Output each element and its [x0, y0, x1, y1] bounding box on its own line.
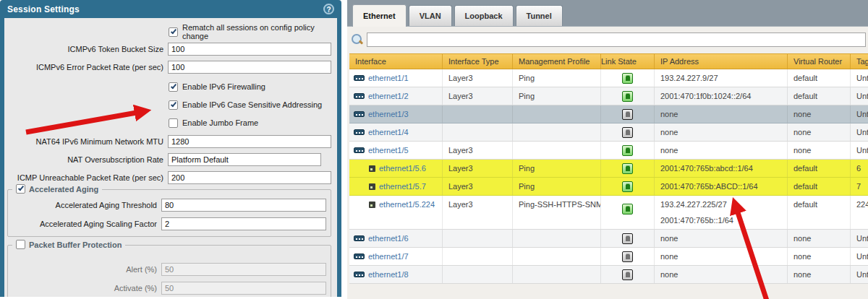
nat-oversubscription-row: NAT Oversubscription Rate	[9, 152, 331, 167]
ethernet-port-icon	[354, 272, 365, 277]
aging-threshold-label: Accelerated Aging Threshold	[8, 201, 161, 209]
pbp-alert-row: Alert (%)	[8, 262, 326, 277]
col-link-state[interactable]: Link State	[601, 54, 655, 69]
accelerated-aging-group: Accelerated Aging Accelerated Aging Thre…	[7, 189, 331, 237]
jumbo-frame-checkbox[interactable]	[169, 118, 178, 128]
rematch-sessions-label: Rematch all sessions on config policy ch…	[182, 23, 337, 40]
ethernet-port-icon	[354, 254, 365, 259]
packet-buffer-protection-group: Packet Buffer Protection Alert (%) Activ…	[7, 245, 331, 297]
rematch-sessions-row: Rematch all sessions on config policy ch…	[169, 27, 337, 37]
col-interface[interactable]: Interface	[349, 54, 443, 69]
ipv6-firewalling-label: Enable IPv6 Firewalling	[182, 82, 265, 91]
subinterface-icon	[369, 202, 375, 208]
table-row-highlighted[interactable]: ethernet1/5.7 Layer3 Ping 2001:470:765b:…	[349, 178, 868, 196]
ethernet-port-icon	[354, 111, 365, 117]
ethernet-port-icon	[354, 235, 365, 241]
accelerated-aging-title: Accelerated Aging	[29, 185, 98, 194]
interface-link[interactable]: ethernet1/5	[368, 146, 409, 155]
nat64-mtu-input[interactable]	[168, 135, 331, 148]
session-settings-dialog: Session Settings ? Rematch all sessions …	[0, 0, 341, 297]
subinterface-icon	[369, 165, 375, 172]
table-row[interactable]: ethernet1/5 Layer3 none none Untagged	[349, 142, 868, 160]
tab-ethernet[interactable]: Ethernet	[352, 4, 407, 27]
nat-oversubscription-label: NAT Oversubscription Rate	[9, 155, 168, 164]
table-row[interactable]: ethernet1/5.224 Layer3 Ping-SSH-HTTPS-SN…	[349, 196, 868, 230]
table-row-highlighted[interactable]: ethernet1/5.6 Layer3 Ping 2001:470:765b:…	[349, 160, 868, 178]
interface-link[interactable]: ethernet1/6	[368, 234, 409, 243]
col-virtual-router[interactable]: Virtual Router	[788, 54, 851, 69]
ethernet-port-icon	[354, 147, 365, 153]
link-state-up-icon	[622, 91, 633, 102]
table-row[interactable]: ethernet1/1 Layer3 Ping 193.24.227.9/27 …	[349, 69, 868, 87]
icmpv6-error-rate-label: ICMPv6 Error Packet Rate (per sec)	[9, 63, 168, 72]
icmpv6-token-bucket-input[interactable]	[168, 43, 331, 56]
table-row[interactable]: ethernet1/7 none none Untagged	[349, 248, 868, 266]
ipv6-firewalling-checkbox[interactable]	[169, 82, 178, 92]
ipv6-firewalling-row: Enable IPv6 Firewalling	[169, 82, 265, 92]
col-tag[interactable]: Tag	[851, 54, 868, 69]
nat-oversubscription-input[interactable]	[168, 153, 321, 166]
aging-scaling-input[interactable]	[161, 217, 326, 230]
table-header: Interface Interface Type Management Prof…	[349, 53, 868, 69]
ethernet-port-icon	[354, 93, 365, 99]
ipv6-case-sensitive-label: Enable IPv6 Case Sensitive Addressing	[182, 100, 322, 109]
col-ip-address[interactable]: IP Address	[655, 54, 788, 69]
interface-link[interactable]: ethernet1/4	[368, 128, 409, 136]
dialog-body: Rematch all sessions on config policy ch…	[4, 18, 337, 297]
interface-link[interactable]: ethernet1/5.6	[379, 164, 426, 173]
tab-bar: Ethernet VLAN Loopback Tunnel	[347, 0, 868, 27]
link-state-up-icon	[622, 204, 633, 214]
icmpv6-error-rate-row: ICMPv6 Error Packet Rate (per sec)	[9, 60, 331, 74]
interface-link[interactable]: ethernet1/8	[368, 270, 409, 279]
nat64-mtu-row: NAT64 IPv6 Minimum Network MTU	[9, 134, 331, 149]
nat64-mtu-label: NAT64 IPv6 Minimum Network MTU	[9, 137, 168, 146]
icmpv6-error-rate-input[interactable]	[168, 61, 331, 74]
icmp-unreachable-rate-label: ICMP Unreachable Packet Rate (per sec)	[9, 173, 168, 182]
aging-threshold-input[interactable]	[161, 199, 326, 212]
link-state-down-icon	[622, 127, 633, 138]
tab-vlan[interactable]: VLAN	[409, 5, 452, 26]
ethernet-port-icon	[354, 75, 365, 81]
rematch-sessions-checkbox[interactable]	[169, 27, 178, 37]
interface-link[interactable]: ethernet1/1	[368, 74, 409, 82]
icmp-unreachable-rate-row: ICMP Unreachable Packet Rate (per sec)	[9, 170, 331, 185]
ipv6-case-sensitive-checkbox[interactable]	[169, 100, 178, 110]
link-state-down-icon	[622, 251, 633, 262]
interfaces-panel: Ethernet VLAN Loopback Tunnel Interface …	[347, 0, 868, 299]
link-state-up-icon	[622, 181, 633, 192]
pbp-alert-label: Alert (%)	[8, 265, 161, 274]
link-state-up-icon	[622, 145, 633, 156]
search-input[interactable]	[367, 32, 866, 47]
link-state-down-icon	[622, 233, 633, 244]
ethernet-port-icon	[354, 129, 365, 135]
pbp-alert-input	[161, 263, 326, 276]
table-row[interactable]: ethernet1/4 none none Untagged	[349, 124, 868, 142]
table-row[interactable]: ethernet1/2 Layer3 Ping 2001:470:1f0b:10…	[349, 87, 868, 105]
interfaces-table: Interface Interface Type Management Prof…	[349, 53, 868, 284]
table-row[interactable]: ethernet1/6 none none Untagged	[349, 230, 868, 248]
link-state-up-icon	[622, 73, 633, 84]
help-icon[interactable]: ?	[323, 4, 334, 14]
interface-link[interactable]: ethernet1/5.7	[379, 182, 426, 191]
interface-link[interactable]: ethernet1/5.224	[379, 200, 435, 209]
icmpv6-token-bucket-label: ICMPv6 Token Bucket Size	[9, 45, 168, 53]
packet-buffer-protection-checkbox[interactable]	[16, 240, 25, 249]
interface-link[interactable]: ethernet1/7	[368, 252, 409, 261]
pbp-activate-label: Activate (%)	[8, 284, 161, 292]
col-management-profile[interactable]: Management Profile	[513, 54, 601, 69]
link-state-down-icon	[622, 109, 633, 120]
interface-link[interactable]: ethernet1/2	[368, 92, 409, 100]
tab-loopback[interactable]: Loopback	[454, 5, 514, 26]
icmp-unreachable-rate-input[interactable]	[168, 171, 331, 184]
aging-threshold-row: Accelerated Aging Threshold	[8, 198, 326, 212]
search-icon	[351, 33, 364, 46]
packet-buffer-protection-title: Packet Buffer Protection	[29, 240, 122, 249]
table-row[interactable]: ethernet1/8 none none Untagged	[349, 266, 868, 284]
interface-link[interactable]: ethernet1/3	[368, 110, 409, 118]
tab-tunnel[interactable]: Tunnel	[516, 5, 563, 26]
pbp-activate-input	[161, 282, 326, 295]
accelerated-aging-checkbox[interactable]	[16, 184, 25, 194]
col-interface-type[interactable]: Interface Type	[443, 54, 513, 69]
table-row-selected[interactable]: ethernet1/3 none none Untagged	[349, 105, 868, 124]
ipv6-case-sensitive-row: Enable IPv6 Case Sensitive Addressing	[169, 100, 322, 110]
